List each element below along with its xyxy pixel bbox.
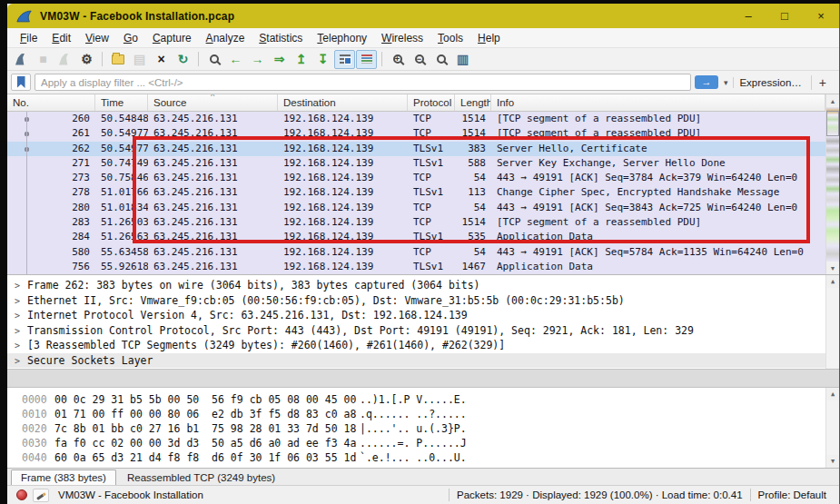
zoom-normal-button[interactable] [430, 50, 451, 69]
detail-line[interactable]: >Frame 262: 383 bytes on wire (3064 bits… [7, 278, 839, 293]
capture-comment-icon[interactable] [33, 489, 49, 502]
bytes-scrollbar[interactable]: ▲ ▼ [825, 388, 839, 468]
filter-history-caret-icon[interactable]: ▾ [722, 78, 730, 87]
detail-line[interactable]: >Internet Protocol Version 4, Src: 63.24… [7, 308, 839, 323]
bytes-tab-1[interactable]: Reassembled TCP (3249 bytes) [118, 470, 284, 485]
packet-row[interactable]: 58055.63458963.245.216.131192.168.124.13… [7, 245, 825, 260]
menu-tools[interactable]: Tools [430, 30, 470, 46]
go-forward-button[interactable]: → [247, 50, 268, 69]
menu-go[interactable]: Go [116, 30, 145, 46]
close-button[interactable]: × [803, 4, 839, 28]
apply-filter-button[interactable]: → [695, 75, 718, 89]
resize-columns-button[interactable]: ▥ [452, 50, 473, 69]
colorize-packets-button[interactable] [356, 50, 377, 69]
window-title: VM03W - Facebook Installation.pcap [40, 10, 234, 23]
expert-info-icon[interactable] [16, 489, 27, 500]
details-scroll-up-icon[interactable]: ▲ [826, 275, 839, 288]
minimize-button[interactable]: – [730, 4, 766, 28]
packet-row[interactable]: 27150.74749763.245.216.131192.168.124.13… [7, 156, 825, 171]
menu-capture[interactable]: Capture [145, 30, 199, 46]
packet-row[interactable]: 26250.54977663.245.216.131192.168.124.13… [7, 142, 825, 156]
zoom-out-button[interactable]: − [409, 50, 430, 69]
menu-help[interactable]: Help [470, 30, 508, 46]
hex-row[interactable]: 001001 71 00 ff 00 00 80 06 e2 db 3f f5 … [7, 407, 839, 421]
menu-statistics[interactable]: Statistics [252, 30, 310, 46]
column-header-protocol[interactable]: Protocol [408, 94, 455, 111]
packet-list-scrollbar[interactable]: ▲ ▼ [825, 94, 839, 274]
packet-row[interactable]: 26050.54848963.245.216.131192.168.124.13… [7, 112, 825, 126]
detail-line[interactable]: >Secure Sockets Layer [7, 353, 839, 369]
packet-row[interactable]: 75655.92618863.245.216.131192.168.124.13… [7, 260, 825, 274]
column-header-info[interactable]: Info [491, 94, 825, 111]
detail-line[interactable]: >Ethernet II, Src: Vmware_f9:cb:05 (00:5… [7, 293, 839, 309]
hex-row[interactable]: 004060 0a 65 d3 21 d4 f8 f8 d6 0f 30 1f … [7, 450, 839, 465]
expand-arrow-icon[interactable]: > [15, 294, 27, 310]
packet-row[interactable]: 27851.01766763.245.216.131192.168.124.13… [7, 185, 825, 200]
bytes-scroll-down-icon[interactable]: ▼ [826, 455, 839, 468]
hex-bytes: 00 0c 29 31 b5 5b 00 50 56 f9 cb 05 08 0… [54, 392, 360, 407]
column-header-length[interactable]: Length [455, 94, 491, 111]
go-to-last-button[interactable]: ↧ [312, 50, 333, 69]
expression-button[interactable]: Expression… [733, 77, 806, 88]
zoom-in-button[interactable]: + [387, 50, 408, 69]
menu-wireless[interactable]: Wireless [374, 30, 430, 46]
cell-time: 50.549775 [95, 126, 148, 141]
pane-splitter[interactable] [7, 370, 839, 388]
menu-file[interactable]: File [13, 30, 44, 46]
go-to-first-icon: ↥ [296, 53, 307, 65]
find-packet-button[interactable] [203, 50, 224, 69]
menu-telephony[interactable]: Telephony [310, 30, 374, 46]
cell-info: Application Data [491, 230, 825, 244]
scroll-up-icon[interactable]: ▲ [826, 94, 839, 107]
maximize-button[interactable]: □ [766, 4, 803, 28]
save-file-button[interactable]: ▤ [129, 50, 150, 69]
expand-arrow-icon[interactable]: > [15, 279, 27, 294]
cell-time: 51.265631 [95, 230, 148, 244]
bytes-scroll-up-icon[interactable]: ▲ [826, 388, 839, 400]
column-header-source[interactable]: Source^ [148, 94, 278, 111]
detail-line[interactable]: >Transmission Control Protocol, Src Port… [7, 323, 839, 339]
open-file-button[interactable] [107, 50, 128, 69]
go-to-first-button[interactable]: ↥ [291, 50, 311, 69]
bookmark-icon [17, 76, 25, 88]
expand-arrow-icon[interactable]: > [15, 324, 27, 340]
column-header-destination[interactable]: Destination [278, 94, 408, 111]
start-capture-button[interactable] [11, 50, 32, 69]
go-to-packet-button[interactable]: ⇒ [269, 50, 290, 69]
hex-ascii: .q...... ..?..... [360, 407, 467, 421]
details-scrollbar[interactable]: ▲ [825, 275, 839, 369]
hex-row[interactable]: 000000 0c 29 31 b5 5b 00 50 56 f9 cb 05 … [7, 392, 839, 407]
expand-arrow-icon[interactable]: > [15, 354, 27, 370]
packet-row[interactable]: 28351.26503863.245.216.131192.168.124.13… [7, 215, 825, 230]
bytes-tab-0[interactable]: Frame (383 bytes) [11, 469, 116, 485]
display-filter-input[interactable] [35, 74, 691, 91]
menu-edit[interactable]: Edit [44, 30, 78, 46]
auto-scroll-button[interactable] [334, 50, 355, 69]
scrollbar-thumb[interactable] [826, 111, 839, 136]
packet-row[interactable]: 27350.75846263.245.216.131192.168.124.13… [7, 171, 825, 185]
cell-no: 262 [7, 142, 95, 156]
detail-line[interactable]: >[3 Reassembled TCP Segments (3249 bytes… [7, 338, 839, 353]
capture-options-button[interactable]: ⚙ [76, 50, 97, 69]
packet-row[interactable]: 28451.26563163.245.216.131192.168.124.13… [7, 230, 825, 244]
hex-row[interactable]: 0030fa f0 cc 02 00 00 3d d3 50 a5 d6 a0 … [7, 436, 839, 450]
reload-file-button[interactable]: ↻ [173, 50, 193, 69]
column-header-no[interactable]: No. [7, 94, 95, 111]
menu-analyze[interactable]: Analyze [199, 30, 252, 46]
menu-view[interactable]: View [78, 30, 116, 46]
restart-capture-button[interactable] [54, 50, 75, 69]
filter-bookmark-button[interactable] [11, 74, 31, 91]
add-filter-button[interactable]: + [811, 75, 834, 90]
expand-arrow-icon[interactable]: > [15, 309, 27, 324]
stop-capture-button[interactable]: ■ [33, 50, 54, 69]
cell-source: 63.245.216.131 [148, 260, 278, 274]
profile-indicator[interactable]: Profile: Default [758, 489, 826, 500]
hex-row[interactable]: 00207c 8b 01 bb c0 27 16 b1 75 98 28 01 … [7, 421, 839, 436]
packet-row[interactable]: 26150.54977563.245.216.131192.168.124.13… [7, 126, 825, 141]
column-header-time[interactable]: Time [95, 94, 148, 111]
close-file-button[interactable]: × [151, 50, 172, 69]
expand-arrow-icon[interactable]: > [15, 339, 27, 354]
go-back-button[interactable]: ← [225, 50, 246, 69]
scroll-down-icon[interactable]: ▼ [826, 262, 839, 274]
packet-row[interactable]: 28051.01834763.245.216.131192.168.124.13… [7, 201, 825, 215]
